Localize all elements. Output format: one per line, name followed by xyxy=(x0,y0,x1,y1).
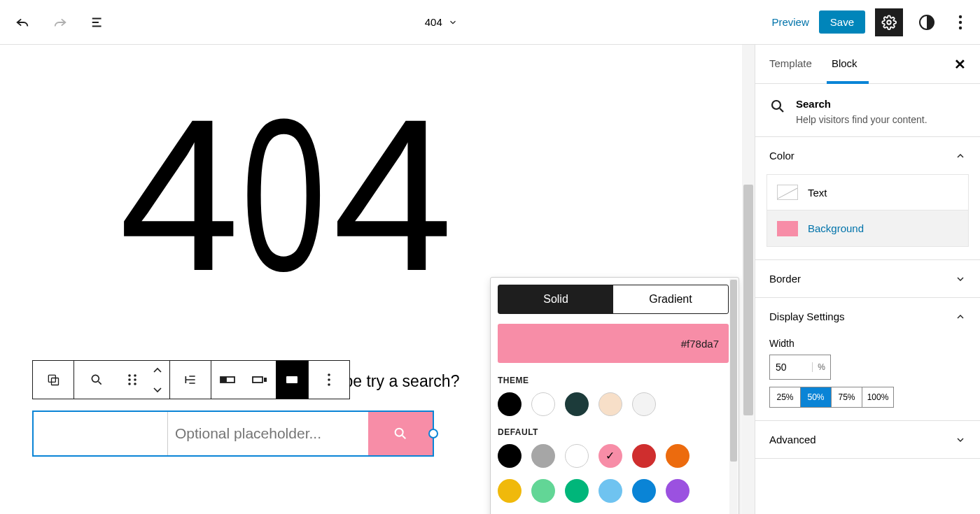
prompt-text[interactable]: ybe try a search? xyxy=(336,372,459,391)
more-options-button[interactable] xyxy=(951,8,970,36)
align-button[interactable] xyxy=(170,361,211,399)
resize-handle[interactable] xyxy=(428,429,438,438)
chevron-down-icon xyxy=(955,273,966,285)
theme-section-label: THEME xyxy=(498,376,729,385)
advanced-panel-header[interactable]: Advanced xyxy=(755,421,980,458)
color-swatch[interactable] xyxy=(531,479,555,503)
default-section-label: DEFAULT xyxy=(498,427,729,437)
undo-button[interactable] xyxy=(10,10,35,35)
svg-point-12 xyxy=(128,383,131,385)
hex-value: #f78da7 xyxy=(681,338,719,350)
svg-point-11 xyxy=(134,378,136,381)
block-description: Help visitors find your content. xyxy=(796,114,927,125)
drag-handle[interactable] xyxy=(119,361,146,399)
template-switcher[interactable]: 404 xyxy=(425,16,458,28)
block-toolbar xyxy=(32,360,350,399)
width-preset[interactable]: 100% xyxy=(862,387,893,407)
color-swatch[interactable] xyxy=(565,479,589,503)
color-swatch[interactable] xyxy=(598,479,622,503)
color-text-row[interactable]: Text xyxy=(766,174,969,210)
color-swatch[interactable] xyxy=(666,479,690,503)
template-name: 404 xyxy=(425,16,442,28)
color-picker-popover: Solid Gradient #f78da7 THEME DEFAULT ✓ xyxy=(490,277,739,514)
search-label-area[interactable] xyxy=(34,412,168,455)
button-position-button[interactable] xyxy=(244,361,276,399)
chevron-down-icon xyxy=(448,17,458,27)
color-swatch[interactable] xyxy=(498,392,522,416)
color-swatch[interactable] xyxy=(632,392,656,416)
save-button[interactable]: Save xyxy=(819,10,865,34)
background-swatch-preview xyxy=(777,221,798,236)
panel-title: Display Settings xyxy=(769,310,845,322)
width-input[interactable]: % xyxy=(769,355,831,380)
block-more-button[interactable] xyxy=(309,361,349,399)
width-presets: 25%50%75%100% xyxy=(769,387,894,408)
svg-rect-6 xyxy=(52,378,59,385)
svg-point-4 xyxy=(959,26,962,29)
svg-rect-18 xyxy=(286,376,298,383)
tab-indicator xyxy=(827,81,869,84)
popover-scrollbar[interactable] xyxy=(729,278,738,514)
move-down-button[interactable] xyxy=(146,380,169,399)
svg-point-9 xyxy=(134,374,136,377)
popover-scroll-thumb[interactable] xyxy=(730,280,737,462)
search-block[interactable] xyxy=(32,411,434,457)
color-swatch[interactable] xyxy=(565,392,589,416)
canvas-scrollbar[interactable] xyxy=(742,45,755,514)
gradient-tab[interactable]: Gradient xyxy=(613,285,728,313)
color-swatch[interactable] xyxy=(666,444,690,468)
svg-rect-16 xyxy=(253,377,262,383)
width-preset[interactable]: 75% xyxy=(832,387,862,407)
more-vertical-icon xyxy=(958,15,962,30)
row-label: Background xyxy=(808,222,864,234)
move-up-button[interactable] xyxy=(146,361,169,380)
tab-template[interactable]: Template xyxy=(769,57,812,71)
color-swatch[interactable] xyxy=(531,444,555,468)
search-submit-button[interactable] xyxy=(368,412,433,455)
styles-button[interactable] xyxy=(913,8,941,36)
width-unit[interactable]: % xyxy=(812,362,830,372)
button-icon-button[interactable] xyxy=(276,361,308,399)
canvas-scroll-thumb[interactable] xyxy=(743,185,753,415)
change-block-type-button[interactable] xyxy=(74,361,119,399)
color-swatch[interactable] xyxy=(531,392,555,416)
color-swatch[interactable]: ✓ xyxy=(598,444,622,468)
border-panel-header[interactable]: Border xyxy=(755,260,980,297)
parent-block-button[interactable] xyxy=(33,361,74,399)
display-panel-header[interactable]: Display Settings xyxy=(755,298,980,335)
panel-title: Border xyxy=(769,273,801,285)
color-swatch[interactable] xyxy=(498,444,522,468)
color-background-row[interactable]: Background xyxy=(766,210,969,247)
list-view-button[interactable] xyxy=(85,10,111,35)
svg-point-3 xyxy=(959,20,962,23)
redo-button[interactable] xyxy=(48,10,73,35)
width-preset[interactable]: 25% xyxy=(770,387,801,407)
width-value-input[interactable] xyxy=(770,362,812,373)
solid-tab[interactable]: Solid xyxy=(498,285,613,313)
color-swatch[interactable] xyxy=(498,479,522,503)
color-panel: Color Text Background xyxy=(755,137,980,260)
svg-point-2 xyxy=(959,15,962,17)
color-swatch[interactable] xyxy=(632,479,656,503)
color-swatch[interactable] xyxy=(565,444,589,468)
search-placeholder-input[interactable] xyxy=(168,412,368,455)
color-swatch[interactable] xyxy=(632,444,656,468)
top-bar: 404 Preview Save xyxy=(0,0,980,45)
styles-icon xyxy=(918,14,935,31)
block-title: Search xyxy=(796,98,927,110)
toolbar-right: Preview Save xyxy=(771,8,970,36)
close-sidebar-button[interactable]: ✕ xyxy=(954,56,966,73)
editor-canvas[interactable]: 404 ybe try a search? xyxy=(0,45,755,514)
preview-button[interactable]: Preview xyxy=(771,16,808,28)
svg-point-19 xyxy=(328,373,330,376)
svg-rect-17 xyxy=(264,378,267,382)
tab-block[interactable]: Block xyxy=(832,57,858,71)
color-panel-header[interactable]: Color xyxy=(755,137,980,174)
toggle-label-button[interactable] xyxy=(211,361,244,399)
search-icon xyxy=(769,98,786,115)
heading-404[interactable]: 404 xyxy=(0,45,755,310)
width-preset[interactable]: 50% xyxy=(801,387,832,407)
hex-input[interactable]: #f78da7 xyxy=(498,324,729,363)
color-swatch[interactable] xyxy=(598,392,622,416)
settings-button[interactable] xyxy=(875,8,903,36)
